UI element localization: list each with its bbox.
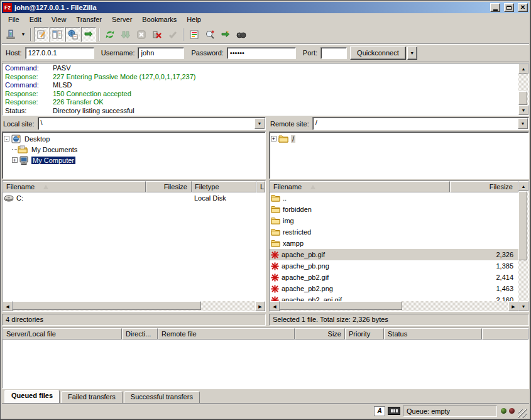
toggle-local-tree-button[interactable]: [50, 27, 65, 42]
toggle-remote-tree-button[interactable]: [65, 27, 80, 42]
collapse-expander[interactable]: -: [4, 136, 9, 141]
tab-successful-transfers[interactable]: Successful transfers: [124, 391, 200, 403]
local-site-value: \: [38, 118, 254, 130]
scroll-right-button[interactable]: ▶: [508, 301, 518, 311]
speed-limit-icon[interactable]: [388, 407, 400, 415]
file-row[interactable]: ..: [270, 192, 518, 204]
disk-drive-icon: [4, 194, 14, 202]
queue-list-body[interactable]: [3, 340, 528, 388]
column-header-priority[interactable]: Priority: [345, 328, 384, 340]
file-row[interactable]: apache_pb.png 1,385: [270, 260, 518, 272]
password-input[interactable]: [227, 47, 296, 59]
file-row[interactable]: apache_pb2.png 1,463: [270, 283, 518, 294]
remote-list-body[interactable]: .. forbidden img restricted: [270, 192, 518, 301]
username-input[interactable]: [138, 47, 184, 59]
synchronized-browsing-button[interactable]: [218, 27, 233, 42]
column-header-filesize[interactable]: Filesize: [450, 181, 518, 192]
site-manager-dropdown[interactable]: ▼: [19, 27, 28, 42]
host-input[interactable]: [25, 47, 94, 59]
resize-grip[interactable]: [518, 409, 527, 418]
tab-failed-transfers[interactable]: Failed transfers: [61, 391, 123, 403]
scroll-thumb[interactable]: [518, 91, 527, 105]
column-header-filename[interactable]: Filename: [3, 181, 146, 192]
scroll-thumb[interactable]: [518, 191, 527, 260]
tree-item-my-computer[interactable]: + My Computer: [4, 155, 264, 165]
remote-tree[interactable]: + /: [269, 131, 529, 179]
file-row[interactable]: forbidden: [270, 204, 518, 215]
column-header-status[interactable]: Status: [384, 328, 482, 340]
column-header-server-local-file[interactable]: Server/Local file: [3, 328, 122, 340]
expand-expander[interactable]: +: [12, 157, 18, 163]
queue-header: Server/Local file Directi... Remote file…: [3, 328, 528, 340]
local-list-body[interactable]: C: Local Disk: [3, 192, 265, 301]
menu-server[interactable]: Server: [107, 14, 137, 25]
site-manager-icon: [5, 29, 16, 40]
title-bar[interactable]: Fz john@127.0.0.1 - FileZilla ✕: [2, 2, 529, 13]
scroll-right-button[interactable]: ▶: [255, 301, 265, 311]
file-row[interactable]: xampp: [270, 238, 518, 249]
file-row-selected[interactable]: apache_pb.gif 2,326: [270, 249, 518, 260]
menu-help[interactable]: Help: [182, 14, 206, 25]
minimize-button[interactable]: [490, 3, 500, 12]
username-label: Username:: [101, 49, 135, 57]
menu-bookmarks[interactable]: Bookmarks: [137, 14, 182, 25]
scroll-track[interactable]: [13, 301, 255, 311]
local-tree[interactable]: - Desktop My Documents + My Computer: [2, 131, 266, 179]
column-header-remote-file[interactable]: Remote file: [158, 328, 295, 340]
filter-button[interactable]: [187, 27, 202, 42]
menu-edit[interactable]: Edit: [25, 14, 47, 25]
column-header-filesize[interactable]: Filesize: [146, 181, 192, 192]
tree-item-root[interactable]: + /: [271, 133, 527, 144]
directory-comparison-button[interactable]: [234, 27, 249, 42]
column-header-direction[interactable]: Directi...: [122, 328, 158, 340]
scroll-up-button[interactable]: ▲: [518, 181, 528, 191]
column-header-filetype[interactable]: Filetype: [192, 181, 256, 192]
column-header-filename[interactable]: Filename: [270, 181, 450, 192]
remote-site-combobox[interactable]: / ▼: [312, 117, 529, 130]
toggle-message-log-button[interactable]: [34, 27, 49, 42]
local-site-dropdown[interactable]: ▼: [255, 118, 265, 129]
file-search-button[interactable]: [202, 27, 217, 42]
refresh-button[interactable]: [102, 27, 118, 42]
local-site-combobox[interactable]: \ ▼: [38, 117, 266, 130]
toggle-transfer-queue-button[interactable]: [81, 27, 96, 42]
file-row[interactable]: apache_pb2.gif 2,414: [270, 272, 518, 283]
menu-view[interactable]: View: [47, 14, 72, 25]
folder-icon: [271, 194, 280, 202]
message-log-body[interactable]: Command:PASV Response:227 Entering Passi…: [3, 64, 518, 115]
close-button[interactable]: ✕: [518, 3, 528, 12]
file-row[interactable]: img: [270, 215, 518, 226]
tab-queued-files[interactable]: Queued files: [4, 390, 60, 403]
tree-item-desktop[interactable]: - Desktop: [4, 133, 264, 144]
tree-item-my-documents[interactable]: My Documents: [4, 144, 264, 155]
disconnect-button[interactable]: [150, 27, 165, 42]
port-input[interactable]: [320, 47, 347, 59]
scroll-left-button[interactable]: ◀: [270, 301, 280, 311]
expand-expander[interactable]: +: [271, 136, 276, 141]
site-manager-button[interactable]: [3, 27, 18, 42]
scroll-track[interactable]: [280, 301, 508, 311]
reconnect-button[interactable]: [165, 27, 180, 42]
quickconnect-button[interactable]: Quickconnect: [350, 47, 406, 60]
scroll-thumb[interactable]: [13, 301, 201, 310]
maximize-button[interactable]: [504, 3, 514, 12]
scroll-left-button[interactable]: ◀: [3, 301, 13, 311]
cancel-button[interactable]: [134, 27, 149, 42]
column-header-size[interactable]: Size: [295, 328, 345, 340]
scroll-up-button[interactable]: ▲: [518, 64, 528, 74]
file-row[interactable]: restricted: [270, 226, 518, 238]
file-row-c-drive[interactable]: C: Local Disk: [3, 192, 265, 204]
menu-file[interactable]: File: [3, 14, 25, 25]
scroll-down-button[interactable]: ▼: [518, 105, 528, 115]
scroll-track[interactable]: [518, 74, 528, 105]
menu-transfer[interactable]: Transfer: [71, 14, 107, 25]
file-row[interactable]: apache_pb2_ani.gif 2,160: [270, 294, 518, 301]
column-header-last-modified[interactable]: L: [256, 181, 265, 192]
process-queue-button[interactable]: [118, 27, 133, 42]
scroll-track[interactable]: [518, 191, 528, 301]
quickconnect-dropdown[interactable]: ▼: [407, 47, 417, 60]
remote-site-dropdown[interactable]: ▼: [518, 118, 528, 129]
scroll-down-button[interactable]: ▼: [518, 301, 528, 311]
data-type-indicator-icon[interactable]: A: [374, 406, 385, 416]
scroll-thumb[interactable]: [280, 301, 402, 310]
